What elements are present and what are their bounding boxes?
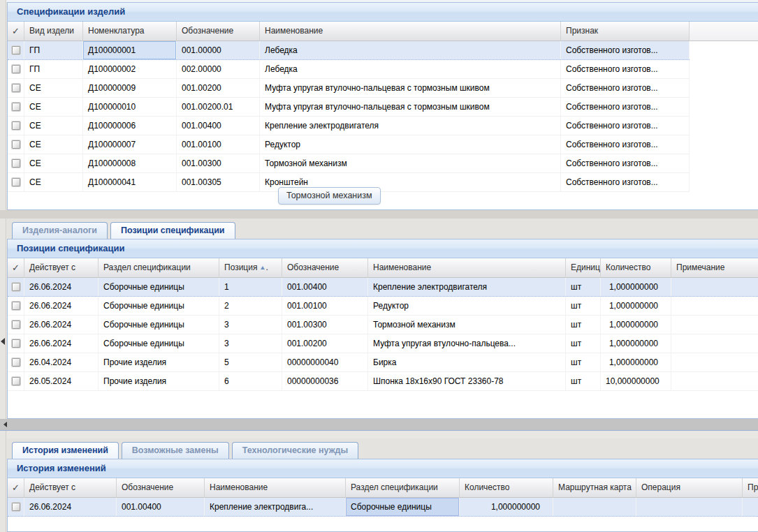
tab-изделия-аналоги[interactable]: Изделия-аналоги (12, 222, 108, 239)
table-row[interactable]: 26.06.2024Сборочные единицы2001.00100Ред… (8, 297, 758, 316)
note-cell[interactable] (671, 372, 758, 390)
type-cell[interactable]: СЕ (24, 173, 83, 191)
note-cell[interactable] (671, 297, 758, 315)
note-cell[interactable] (671, 278, 758, 296)
table-row[interactable]: 26.06.2024001.00400Крепление электродвиг… (8, 498, 758, 517)
nomenclature-cell[interactable]: Д100000010 (83, 98, 177, 116)
column-header-section[interactable]: Раздел спецификации (99, 258, 219, 278)
designation-cell[interactable]: 001.00300 (282, 316, 368, 334)
table-row[interactable]: 26.05.2024Прочие изделия600000000036Шпон… (8, 372, 758, 391)
name-cell[interactable]: Муфта упругая втулочно-пальцева... (368, 334, 566, 353)
attribute-cell[interactable]: Собственного изготов... (561, 98, 690, 116)
date-cell[interactable]: 26.06.2024 (24, 498, 117, 516)
designation-cell[interactable]: 001.00200 (282, 334, 368, 353)
table-row[interactable]: ГПД100000002002.00000ЛебедкаСобственного… (8, 60, 690, 79)
column-header-nomenclature[interactable]: Номенклатура (83, 22, 177, 41)
table-row[interactable]: СЕД100000009001.00200Муфта упругая втуло… (8, 79, 690, 98)
designation-cell[interactable]: 00000000040 (282, 353, 368, 371)
table-row[interactable]: 26.06.2024Сборочные единицы1001.00400Кре… (8, 278, 758, 297)
designation-cell[interactable]: 001.00400 (282, 278, 368, 296)
date-cell[interactable]: 26.05.2024 (24, 372, 99, 390)
horizontal-scrollbar[interactable] (0, 419, 758, 431)
date-cell[interactable]: 26.06.2024 (24, 297, 99, 315)
position-cell[interactable]: 3 (219, 334, 282, 353)
designation-cell[interactable]: 001.00200.01 (177, 98, 260, 116)
name-cell[interactable]: Лебедка (260, 41, 561, 59)
designation-cell[interactable]: 001.00100 (282, 297, 368, 315)
row-checkbox[interactable] (12, 320, 20, 329)
column-header-route[interactable]: Маршрутная карта (553, 478, 636, 498)
unit-cell[interactable]: шт (566, 316, 601, 334)
type-cell[interactable]: СЕ (24, 79, 83, 97)
position-cell[interactable]: 2 (219, 297, 282, 315)
tab-позиции-спецификации[interactable]: Позиции спецификации (110, 222, 235, 239)
position-cell[interactable]: 5 (219, 353, 282, 371)
designation-cell[interactable]: 00000000036 (282, 372, 368, 390)
column-header-date[interactable]: Действует с (24, 258, 99, 278)
qty-cell[interactable]: 1,000000000 (601, 316, 671, 334)
section-cell[interactable]: Сборочные единицы (99, 334, 219, 353)
attribute-cell[interactable]: Собственного изготов... (561, 154, 690, 172)
column-header-qty[interactable]: Количество (601, 258, 671, 278)
row-checkbox[interactable] (12, 178, 20, 186)
attribute-cell[interactable]: Собственного изготов... (561, 41, 690, 59)
table-row[interactable]: 26.04.2024Прочие изделия500000000040Бирк… (8, 353, 758, 372)
operation-cell[interactable] (636, 498, 743, 516)
collapse-left-icon[interactable] (1, 338, 5, 345)
name-cell[interactable]: Муфта упругая втулочно-пальцевая с тормо… (260, 98, 561, 116)
row-checkbox[interactable] (12, 121, 20, 130)
route-cell[interactable] (553, 498, 636, 516)
check-column-header[interactable]: ✓ (8, 258, 24, 278)
unit-cell[interactable]: шт (566, 297, 601, 315)
date-cell[interactable]: 26.06.2024 (24, 316, 99, 334)
section-cell[interactable]: Сборочные единицы (99, 297, 219, 315)
column-header-operation[interactable]: Операция (636, 478, 743, 498)
column-header-date[interactable]: Действует с (24, 478, 117, 498)
table-row[interactable]: СЕД100000008001.00300Тормозной механизмС… (8, 154, 690, 173)
name-cell[interactable]: Муфта упругая втулочно-пальцевая с тормо… (260, 79, 561, 97)
designation-cell[interactable]: 001.00400 (117, 498, 205, 516)
date-cell[interactable]: 26.06.2024 (24, 278, 99, 296)
name-cell[interactable]: Крепление электродвигателя (260, 117, 561, 135)
horizontal-splitter[interactable] (0, 210, 758, 219)
designation-cell[interactable]: 001.00400 (177, 117, 260, 135)
name-cell[interactable]: Крепление электродвига... (205, 498, 346, 516)
section-cell[interactable]: Прочие изделия (99, 353, 219, 371)
column-header-name[interactable]: Наименование (368, 258, 566, 278)
section-cell[interactable]: Сборочные единицы (99, 316, 219, 334)
nomenclature-cell[interactable]: Д100000002 (83, 60, 177, 78)
column-header-designation[interactable]: Обозначение (282, 258, 368, 278)
date-cell[interactable]: 26.04.2024 (24, 353, 99, 371)
column-header-type[interactable]: Вид издели (24, 22, 83, 41)
column-header-position[interactable]: Позиция. (219, 258, 282, 278)
note-cell[interactable] (671, 334, 758, 353)
position-cell[interactable]: 1 (219, 278, 282, 296)
row-checkbox[interactable] (12, 358, 20, 367)
column-header-unit[interactable]: Единица (566, 258, 601, 278)
qty-cell[interactable]: 1,000000000 (601, 353, 671, 371)
row-checkbox[interactable] (12, 339, 20, 348)
attribute-cell[interactable]: Собственного изготов... (561, 135, 690, 154)
table-row[interactable]: 26.06.2024Сборочные единицы3001.00300Тор… (8, 316, 758, 334)
type-cell[interactable]: СЕ (24, 154, 83, 172)
unit-cell[interactable]: шт (566, 353, 601, 371)
attribute-cell[interactable]: Собственного изготов... (561, 79, 690, 97)
designation-cell[interactable]: 001.00200 (177, 79, 260, 97)
column-header-attribute[interactable]: Признак (561, 22, 690, 41)
unit-cell[interactable]: шт (566, 278, 601, 296)
tab-возможные-замены[interactable]: Возможные замены (122, 442, 229, 459)
type-cell[interactable]: СЕ (24, 135, 83, 154)
name-cell[interactable]: Редуктор (368, 297, 566, 315)
note-cell[interactable] (743, 498, 758, 516)
check-column-header[interactable]: ✓ (8, 478, 24, 498)
check-column-header[interactable]: ✓ (8, 22, 24, 41)
column-header-designation[interactable]: Обозначение (117, 478, 205, 498)
row-checkbox[interactable] (12, 84, 20, 92)
name-cell[interactable]: Крепление электродвигателя (368, 278, 566, 296)
type-cell[interactable]: ГП (24, 41, 83, 59)
attribute-cell[interactable]: Собственного изготов... (561, 173, 690, 191)
table-row[interactable]: СЕД100000007001.00100РедукторСобственног… (8, 135, 690, 154)
nomenclature-cell[interactable]: Д100000001 (83, 41, 177, 59)
column-header-designation[interactable]: Обозначение (177, 22, 260, 41)
row-checkbox[interactable] (12, 140, 20, 149)
